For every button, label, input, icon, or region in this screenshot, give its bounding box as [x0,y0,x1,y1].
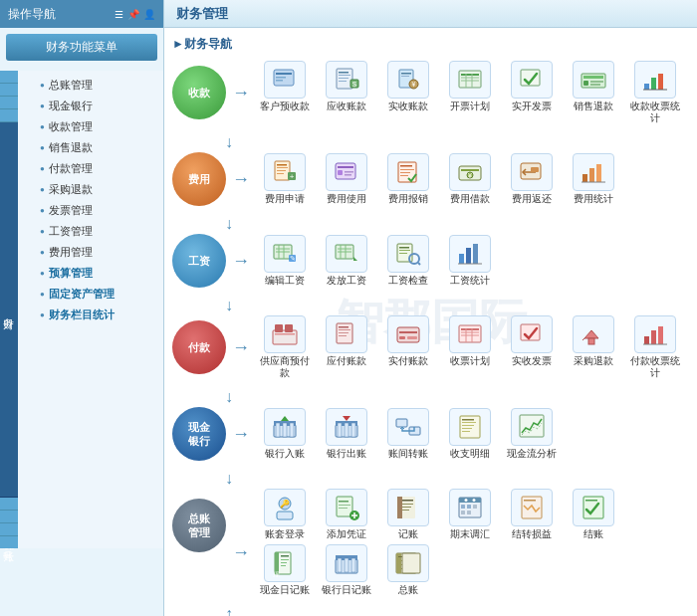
cash-detail-label: 收支明细 [450,448,490,460]
sidebar-section-hr[interactable]: 人员 [0,511,18,523]
svg-rect-82 [275,324,283,332]
icon-general-account[interactable]: 总账 [379,544,437,596]
icon-edit-salary[interactable]: ✎ 编辑工资 [256,235,314,287]
expense-apply-label: 费用申请 [265,193,305,205]
category-payment[interactable]: 付款 [172,320,226,374]
icon-cash-journal[interactable]: 现 现金日记账 [256,544,314,596]
sidebar-item-salary[interactable]: ●工资管理 [20,221,161,242]
svg-rect-73 [399,250,410,251]
sidebar-item-purchase-return[interactable]: ●采购退款 [20,179,161,200]
sidebar-section-office[interactable]: 办公 [0,498,18,511]
category-salary[interactable]: 工资 [172,234,226,288]
icons-gl-top: 🔑 账套登录 添加凭证 记账 [256,489,622,540]
sidebar-item-sales-return[interactable]: ●销售退款 [20,137,161,158]
icon-bank-in[interactable]: 银行入账 [256,408,314,460]
icon-supplier-prepay[interactable]: 供应商预付款 [256,315,314,379]
sidebar-item-cash-bank[interactable]: ●现金银行 [20,96,161,116]
icon-actual-payment[interactable]: 实付账款 [379,315,437,367]
icon-payment-stats[interactable]: 付款收票统计 [626,315,684,379]
pin-icon[interactable]: 📌 [127,9,139,20]
category-income[interactable]: 收款 [172,66,226,119]
svg-rect-30 [658,74,663,90]
icon-customer-prepay[interactable]: 客户预收款 [256,61,314,112]
svg-rect-165 [338,558,342,572]
icon-payable[interactable]: 应付账款 [318,315,375,367]
svg-rect-36 [277,173,284,174]
svg-rect-28 [644,84,649,90]
sidebar-item-budget[interactable]: ●预算管理 [20,263,161,284]
icon-open-plan[interactable]: 开票计划 [441,61,499,112]
svg-rect-78 [466,248,471,264]
icon-sales-discount[interactable]: 销售退款 [565,61,622,112]
icon-salary-check[interactable]: 工资检查 [379,235,437,287]
icon-bookkeep[interactable]: 记账 [379,489,437,540]
sidebar-section-production[interactable]: 生产 [0,109,18,122]
svg-rect-138 [397,497,402,518]
icon-salary-stats[interactable]: 工资统计 [441,235,499,287]
icon-bank-out[interactable]: 银行出账 [318,408,375,460]
arrow-gl: → [232,542,250,563]
svg-rect-81 [273,330,297,344]
finance-menu-button[interactable]: 财务功能菜单 [6,34,157,61]
sidebar-section-finance[interactable]: 财务 [0,122,18,498]
icon-purchase-return[interactable]: 采购退款 [565,315,622,367]
icon-period-reconcile[interactable]: 期末调汇 [441,489,499,540]
icon-expense-use[interactable]: 费用使用 [318,153,375,205]
arrow-salary: → [232,251,250,272]
category-cashbank[interactable]: 现金银行 [172,407,226,461]
svg-rect-174 [402,553,420,573]
salary-stats-icon [449,235,491,273]
svg-rect-125 [462,431,470,432]
sidebar-item-general-ledger[interactable]: ●总账管理 [20,75,161,96]
sidebar-section-inventory[interactable]: 库存 [0,97,18,109]
icon-add-voucher[interactable]: 添加凭证 [318,489,375,540]
icon-cashflow[interactable]: 现金流分析 [503,408,561,460]
carry-profit-icon [511,489,553,526]
icon-receipt-stats[interactable]: 收款收票统计 [626,61,684,124]
sidebar-section-marketing[interactable]: 营销 [0,84,18,97]
main-header: 财务管理 [164,0,697,28]
sidebar-section-sales[interactable]: 销售 [0,71,18,84]
arrow-down-4: ↓ [199,387,259,407]
icon-actual-receive[interactable]: 实收发票 [503,315,561,367]
svg-text:🔑: 🔑 [280,499,290,509]
svg-text:$: $ [352,80,357,89]
user-icon[interactable]: 👤 [143,9,155,20]
icon-expense-return[interactable]: 费用返还 [503,153,561,205]
svg-rect-17 [461,74,479,76]
actual-receive-label: 实收发票 [512,355,552,367]
icon-carry-profit[interactable]: 结转损益 [503,489,561,540]
icon-pay-salary[interactable]: 发放工资 [318,235,375,287]
icon-account-set[interactable]: 🔑 账套登录 [256,489,314,540]
icon-expense-reimburse[interactable]: 费用报销 [379,153,437,205]
svg-rect-167 [351,558,355,572]
icon-bank-journal[interactable]: 银行日记账 [318,544,375,596]
icon-cash-detail[interactable]: 收支明细 [441,408,499,460]
sidebar-section-stats[interactable]: 统计 [0,523,18,536]
category-expense[interactable]: 费用 [172,152,226,206]
icon-close-account[interactable]: 结账 [565,489,622,540]
sidebar-item-payment[interactable]: ●付款管理 [20,158,161,179]
sidebar-item-finance-stats[interactable]: ●财务栏目统计 [20,305,161,325]
svg-rect-2 [276,77,286,79]
icon-receive-plan[interactable]: 收票计划 [441,315,499,367]
icon-expense-stats[interactable]: 费用统计 [565,153,622,205]
sidebar-section-account[interactable]: 账号 [0,536,18,548]
sidebar-item-invoice[interactable]: ●发票管理 [20,200,161,221]
svg-rect-3 [276,80,283,82]
supplier-prepay-label: 供应商预付款 [256,355,314,379]
icon-actual-invoice[interactable]: 实开发票 [503,61,561,112]
sidebar-item-expense[interactable]: ●费用管理 [20,242,161,263]
cash-detail-icon [449,408,491,446]
icon-expense-borrow[interactable]: ¥ 费用借款 [441,153,499,205]
list-icon[interactable]: ☰ [115,9,123,20]
category-gl[interactable]: 总账管理 [172,499,226,552]
expense-reimburse-icon [387,153,429,191]
icon-receivable[interactable]: $ 应收账款 [318,61,375,112]
sidebar-item-receipts[interactable]: ●收款管理 [20,116,161,137]
svg-rect-43 [345,174,351,176]
icon-transfer[interactable]: 账间转账 [379,408,437,460]
sidebar-item-fixed-asset-mgmt[interactable]: ●固定资产管理 [20,284,161,305]
icon-actual-receipt[interactable]: ¥ 实收账款 [379,61,437,112]
icon-expense-apply[interactable]: + 费用申请 [256,153,314,205]
